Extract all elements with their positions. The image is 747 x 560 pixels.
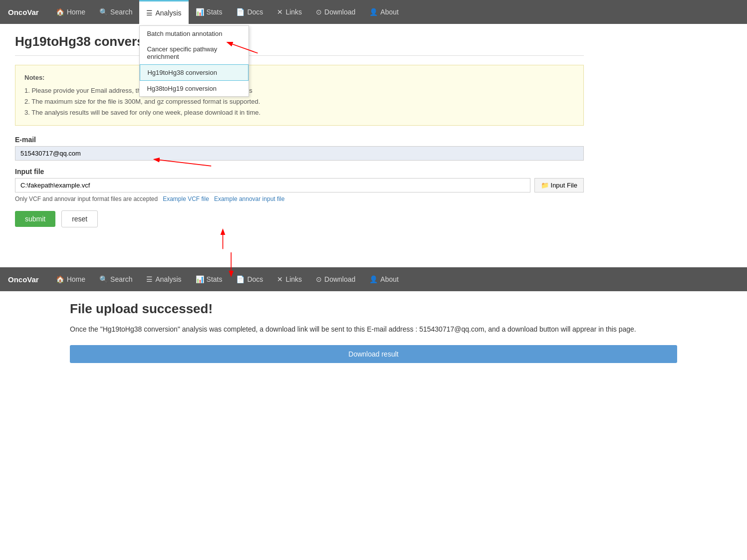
notes-line-1: 1. Please provide your Email address, th… (24, 85, 574, 96)
folder-icon: 📁 (541, 182, 549, 189)
page-content: Hg19toHg38 conversion Notes: 1. Please p… (0, 24, 599, 237)
dd-hg19to38[interactable]: Hg19toHg38 conversion (140, 64, 249, 81)
dd-cancer[interactable]: Cancer specific pathway enrichment (140, 41, 249, 64)
success-message: Once the "Hg19toHg38 conversion" analysi… (70, 324, 677, 335)
nav-home[interactable]: 🏠 Home (49, 0, 92, 24)
docs-icon: 📄 (236, 8, 245, 16)
reset-button[interactable]: reset (61, 210, 98, 227)
nav-download[interactable]: ⊙ Download (309, 0, 362, 24)
file-hint: Only VCF and annovar input format files … (15, 195, 584, 202)
brand-logo: OncoVar (8, 8, 39, 16)
home-icon: 🏠 (56, 8, 64, 16)
bottom-nav-links[interactable]: ✕ Links (270, 267, 309, 291)
bottom-nav-analysis[interactable]: ☰ Analysis (139, 267, 188, 291)
email-label: E-mail (15, 136, 584, 144)
dd-batch[interactable]: Batch mutation annotation (140, 26, 249, 41)
nav-stats-label: Stats (207, 8, 223, 16)
nav-stats[interactable]: 📊 Stats (189, 0, 230, 24)
nav-search[interactable]: 🔍 Search (92, 0, 139, 24)
bottom-nav-home[interactable]: 🏠 Home (49, 267, 92, 291)
file-btn-label: Input File (551, 182, 577, 189)
nav-analysis[interactable]: ☰ Analysis Batch mutation annotation Can… (139, 0, 188, 24)
bottom-download-icon: ⊙ (316, 275, 322, 283)
nav-links-label: Links (285, 8, 302, 16)
bottom-home-label: Home (67, 275, 85, 283)
top-navbar: OncoVar 🏠 Home 🔍 Search ☰ Analysis Batch… (0, 0, 747, 24)
analysis-icon: ☰ (146, 9, 153, 17)
links-icon: ✕ (277, 8, 283, 16)
download-result-button[interactable]: Download result (70, 345, 677, 363)
nav-download-label: Download (324, 8, 355, 16)
nav-docs[interactable]: 📄 Docs (229, 0, 270, 24)
bottom-brand: OncoVar (8, 275, 39, 284)
file-input-row: 📁 Input File (15, 178, 584, 192)
bottom-links-label: Links (285, 275, 302, 283)
notes-title: Notes: (24, 72, 574, 83)
file-hint-text: Only VCF and annovar input format files … (15, 195, 158, 202)
bottom-stats-label: Stats (207, 275, 223, 283)
nav-docs-label: Docs (247, 8, 263, 16)
about-icon: 👤 (369, 8, 378, 16)
nav-analysis-label: Analysis (155, 9, 181, 17)
bottom-docs-icon: 📄 (236, 275, 245, 283)
bottom-about-icon: 👤 (369, 275, 378, 283)
bottom-search-icon: 🔍 (99, 275, 108, 283)
example-vcf-link[interactable]: Example VCF file (163, 195, 209, 202)
bottom-home-icon: 🏠 (56, 275, 64, 283)
bottom-analysis-icon: ☰ (146, 275, 153, 283)
nav-about-label: About (380, 8, 399, 16)
bottom-nav-stats[interactable]: 📊 Stats (189, 267, 230, 291)
bottom-links-icon: ✕ (277, 275, 283, 283)
bottom-docs-label: Docs (247, 275, 263, 283)
analysis-dropdown: Batch mutation annotation Cancer specifi… (139, 25, 249, 97)
notes-box: Notes: 1. Please provide your Email addr… (15, 65, 584, 126)
dd-hg38to19[interactable]: Hg38toHg19 conversion (140, 81, 249, 96)
success-section: File upload successed! Once the "Hg19toH… (0, 291, 747, 373)
bottom-about-label: About (380, 275, 399, 283)
bottom-analysis-label: Analysis (155, 275, 181, 283)
bottom-download-label: Download (324, 275, 355, 283)
bottom-nav-docs[interactable]: 📄 Docs (229, 267, 270, 291)
stats-icon: 📊 (196, 8, 204, 16)
search-icon: 🔍 (99, 8, 108, 16)
file-browse-button[interactable]: 📁 Input File (534, 178, 584, 192)
bottom-navbar: OncoVar 🏠 Home 🔍 Search ☰ Analysis 📊 Sta… (0, 267, 747, 291)
form-actions: submit reset (15, 210, 584, 227)
file-path-input[interactable] (15, 178, 530, 192)
bottom-stats-icon: 📊 (196, 275, 204, 283)
submit-button[interactable]: submit (15, 211, 55, 227)
bottom-search-label: Search (110, 275, 132, 283)
success-title: File upload successed! (70, 301, 677, 317)
file-label: Input file (15, 168, 584, 176)
notes-line-3: 3. The analysis results will be saved fo… (24, 107, 574, 118)
nav-search-label: Search (110, 8, 132, 16)
bottom-nav-download[interactable]: ⊙ Download (309, 267, 362, 291)
nav-about[interactable]: 👤 About (362, 0, 406, 24)
bottom-nav-about[interactable]: 👤 About (362, 267, 406, 291)
page-title: Hg19toHg38 conversion (15, 34, 584, 56)
download-icon: ⊙ (316, 8, 322, 16)
nav-links[interactable]: ✕ Links (270, 0, 309, 24)
email-field[interactable] (15, 146, 584, 161)
bottom-nav-search[interactable]: 🔍 Search (92, 267, 139, 291)
example-annovar-link[interactable]: Example annovar input file (214, 195, 284, 202)
nav-home-label: Home (67, 8, 85, 16)
notes-line-2: 2. The maximum size for the file is 300M… (24, 96, 574, 107)
